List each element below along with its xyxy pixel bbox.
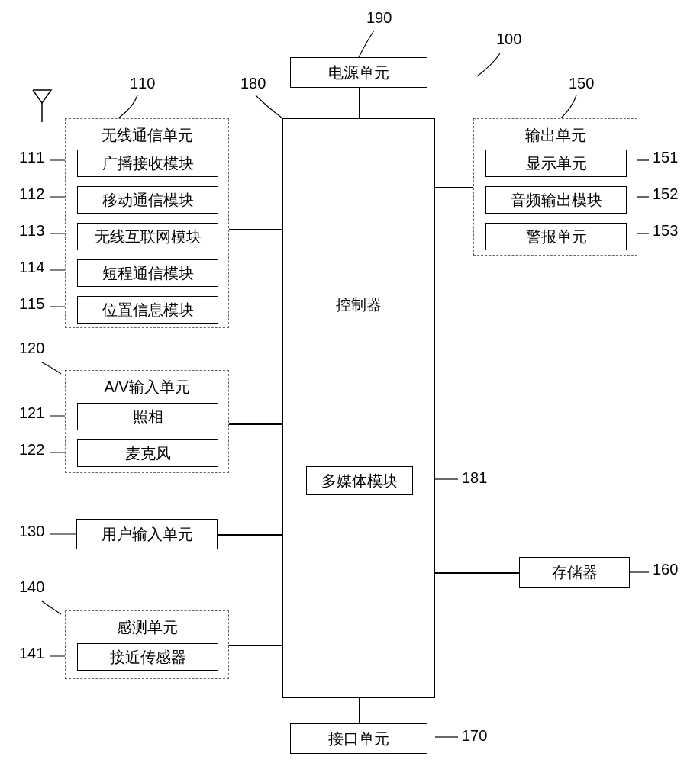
interface-label: 接口单元 [328, 729, 389, 749]
conn-userinput-controller [218, 534, 282, 536]
av-input-group: A/V输入单元 照相 麦克风 [65, 370, 229, 473]
short-range-label: 短程通信模块 [102, 263, 194, 284]
display-block: 显示单元 [485, 150, 627, 177]
mic-block: 麦克风 [77, 439, 218, 467]
multimedia-block: 多媒体模块 [306, 466, 413, 495]
wireless-unit-title: 无线通信单元 [66, 125, 228, 146]
wifi-block: 无线互联网模块 [77, 223, 218, 250]
audio-out-label: 音频输出模块 [511, 190, 602, 211]
conn-output-controller [435, 187, 473, 188]
position-block: 位置信息模块 [77, 296, 218, 324]
power-unit-block: 电源单元 [290, 57, 427, 88]
conn-power-controller [359, 88, 360, 118]
av-input-title: A/V输入单元 [66, 377, 228, 398]
interface-block: 接口单元 [290, 723, 427, 754]
controller-block: 控制器 多媒体模块 [282, 118, 435, 698]
conn-controller-interface [359, 698, 360, 723]
controller-label: 控制器 [336, 295, 382, 315]
mobile-comm-block: 移动通信模块 [77, 186, 218, 214]
conn-memory-controller [435, 572, 519, 574]
short-range-block: 短程通信模块 [77, 259, 218, 287]
output-group: 输出单元 显示单元 音频输出模块 警报单元 [473, 118, 637, 256]
memory-label: 存储器 [552, 562, 598, 583]
camera-label: 照相 [133, 407, 163, 427]
user-input-label: 用户输入单元 [102, 524, 193, 545]
wireless-unit-group: 无线通信单元 广播接收模块 移动通信模块 无线互联网模块 短程通信模块 位置信息… [65, 118, 229, 328]
output-title: 输出单元 [474, 125, 637, 146]
alarm-block: 警报单元 [485, 223, 627, 250]
display-label: 显示单元 [526, 153, 587, 174]
sensing-title: 感测单元 [66, 617, 228, 638]
multimedia-label: 多媒体模块 [321, 471, 398, 491]
proximity-label: 接近传感器 [110, 647, 186, 668]
proximity-block: 接近传感器 [77, 643, 218, 671]
conn-sensing-controller [229, 645, 282, 646]
user-input-block: 用户输入单元 [76, 519, 218, 549]
wifi-label: 无线互联网模块 [95, 227, 202, 247]
camera-block: 照相 [77, 403, 218, 430]
mobile-comm-label: 移动通信模块 [102, 190, 194, 211]
mic-label: 麦克风 [125, 443, 171, 464]
broadcast-block: 广播接收模块 [77, 150, 218, 177]
conn-wireless-controller [229, 229, 282, 230]
diagram-canvas: 190 100 110 180 150 111 112 113 114 115 … [0, 0, 700, 763]
memory-block: 存储器 [519, 557, 630, 588]
conn-av-controller [229, 423, 282, 425]
sensing-group: 感测单元 接近传感器 [65, 610, 229, 679]
audio-out-block: 音频输出模块 [485, 186, 627, 214]
power-unit-label: 电源单元 [328, 63, 389, 83]
broadcast-label: 广播接收模块 [102, 153, 194, 174]
position-label: 位置信息模块 [102, 300, 194, 320]
alarm-label: 警报单元 [526, 227, 587, 247]
